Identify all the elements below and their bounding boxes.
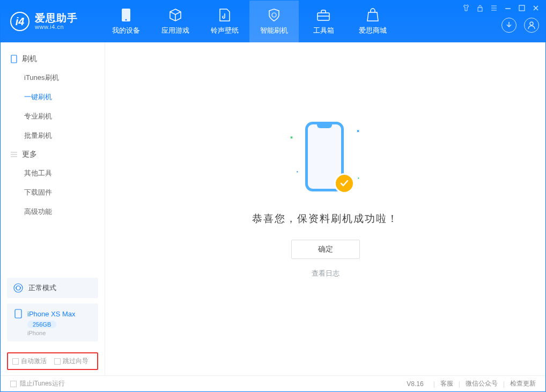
sidebar-group-title: 刷机 — [1, 50, 105, 68]
app-domain: www.i4.cn — [35, 24, 78, 30]
menu-icon[interactable] — [490, 4, 498, 12]
device-icon — [119, 8, 134, 23]
nav-my-device[interactable]: 我的设备 — [101, 1, 151, 42]
device-panel[interactable]: iPhone XS Max 256GB iPhone — [7, 304, 98, 342]
group-label: 刷机 — [22, 54, 37, 64]
main-content: ✦ ✦ ● ● 恭喜您，保资料刷机成功啦！ 确定 查看日志 — [105, 42, 545, 375]
sidebar-item-oneclick-flash[interactable]: 一键刷机 — [1, 87, 105, 107]
sparkle-icon: ● — [297, 170, 299, 173]
sidebar-item-batch-flash[interactable]: 批量刷机 — [1, 126, 105, 145]
device-panels: 正常模式 iPhone XS Max 256GB iPhone — [1, 278, 105, 352]
footer-link-update[interactable]: 检查更新 — [510, 379, 536, 388]
sidebar-group-more: 更多 其他工具 下载固件 高级功能 — [1, 145, 105, 221]
lock-icon[interactable] — [476, 4, 484, 12]
mode-label: 正常模式 — [28, 283, 56, 293]
block-itunes-checkbox[interactable]: 阻止iTunes运行 — [10, 379, 65, 388]
phone-icon — [10, 55, 18, 63]
view-log-link[interactable]: 查看日志 — [312, 269, 340, 278]
sparkle-icon: ● — [358, 176, 360, 180]
shirt-icon[interactable] — [462, 4, 470, 12]
skip-wizard-checkbox[interactable]: 跳过向导 — [54, 357, 88, 366]
sync-icon — [13, 283, 23, 293]
confirm-button[interactable]: 确定 — [291, 240, 360, 259]
footer-link-wechat[interactable]: 微信公众号 — [466, 379, 498, 388]
nav-label: 铃声壁纸 — [211, 26, 239, 35]
cube-icon — [168, 8, 183, 23]
auto-activate-checkbox[interactable]: 自动激活 — [12, 357, 47, 366]
download-button[interactable] — [501, 18, 517, 33]
svg-point-8 — [16, 287, 17, 289]
shield-sync-icon — [267, 8, 282, 23]
device-type: iPhone — [27, 330, 92, 336]
nav-label: 应用游戏 — [161, 26, 189, 35]
version-label: V8.16 — [407, 380, 423, 388]
svg-rect-4 — [519, 5, 525, 11]
device-name: iPhone XS Max — [27, 310, 76, 318]
app-footer: 阻止iTunes运行 V8.16 | 客服 | 微信公众号 | 检查更新 — [1, 375, 545, 391]
group-label: 更多 — [22, 150, 37, 159]
checkbox-label: 跳过向导 — [63, 357, 88, 366]
sidebar-item-advanced[interactable]: 高级功能 — [1, 202, 105, 221]
nav-label: 爱思商城 — [359, 26, 387, 35]
header-actions — [501, 18, 539, 33]
nav-label: 工具箱 — [313, 26, 334, 35]
main-nav: 我的设备 应用游戏 铃声壁纸 智能刷机 工具箱 爱思商城 — [101, 1, 397, 42]
check-badge-icon — [334, 173, 355, 194]
svg-point-5 — [530, 22, 533, 25]
sparkle-icon: ✦ — [287, 134, 294, 140]
phone-outline-icon — [13, 309, 23, 319]
menu-icon — [10, 151, 18, 158]
nav-toolbox[interactable]: 工具箱 — [299, 1, 348, 42]
logo-icon: i4 — [10, 12, 29, 31]
sidebar: 刷机 iTunes刷机 一键刷机 专业刷机 批量刷机 更多 其他工具 下载固件 … — [1, 42, 105, 375]
checkbox-label: 阻止iTunes运行 — [20, 379, 65, 388]
svg-rect-2 — [318, 13, 329, 20]
minimize-button[interactable] — [504, 4, 512, 12]
checkbox-icon — [54, 358, 61, 365]
maximize-button[interactable] — [518, 4, 526, 12]
toolbox-icon — [316, 8, 331, 23]
sidebar-item-other-tools[interactable]: 其他工具 — [1, 164, 105, 183]
svg-point-7 — [14, 284, 23, 292]
nav-ringtones-wallpapers[interactable]: 铃声壁纸 — [200, 1, 249, 42]
sidebar-item-download-firmware[interactable]: 下载固件 — [1, 183, 105, 202]
mode-panel[interactable]: 正常模式 — [7, 278, 98, 298]
nav-smart-flash[interactable]: 智能刷机 — [249, 1, 299, 42]
device-capacity-badge: 256GB — [27, 321, 56, 328]
sidebar-item-pro-flash[interactable]: 专业刷机 — [1, 107, 105, 126]
checkbox-icon — [12, 358, 19, 365]
sparkle-icon: ✦ — [354, 127, 361, 134]
app-header: i4 爱思助手 www.i4.cn 我的设备 应用游戏 铃声壁纸 智能刷机 工具… — [1, 1, 545, 42]
svg-rect-10 — [15, 309, 21, 318]
sidebar-group-flash: 刷机 iTunes刷机 一键刷机 专业刷机 批量刷机 — [1, 50, 105, 145]
nav-label: 智能刷机 — [260, 26, 288, 35]
checkbox-label: 自动激活 — [21, 357, 47, 366]
user-button[interactable] — [524, 18, 539, 33]
svg-point-9 — [20, 287, 21, 289]
nav-apps-games[interactable]: 应用游戏 — [151, 1, 200, 42]
svg-rect-3 — [478, 8, 482, 11]
close-button[interactable] — [532, 4, 540, 12]
svg-point-1 — [126, 19, 127, 21]
svg-rect-6 — [11, 55, 17, 63]
app-name: 爱思助手 — [35, 13, 78, 24]
flash-options-highlighted: 自动激活 跳过向导 — [7, 352, 98, 370]
sidebar-item-itunes-flash[interactable]: iTunes刷机 — [1, 68, 105, 87]
shopping-bag-icon — [365, 8, 380, 23]
sidebar-group-title: 更多 — [1, 145, 105, 164]
music-file-icon — [217, 8, 232, 23]
footer-link-support[interactable]: 客服 — [440, 379, 453, 388]
window-controls — [462, 4, 540, 12]
nav-store[interactable]: 爱思商城 — [348, 1, 397, 42]
checkbox-icon — [10, 381, 17, 387]
success-message: 恭喜您，保资料刷机成功啦！ — [252, 212, 399, 226]
nav-label: 我的设备 — [112, 26, 140, 35]
app-logo: i4 爱思助手 www.i4.cn — [10, 12, 101, 31]
success-illustration: ✦ ✦ ● ● — [277, 119, 374, 199]
